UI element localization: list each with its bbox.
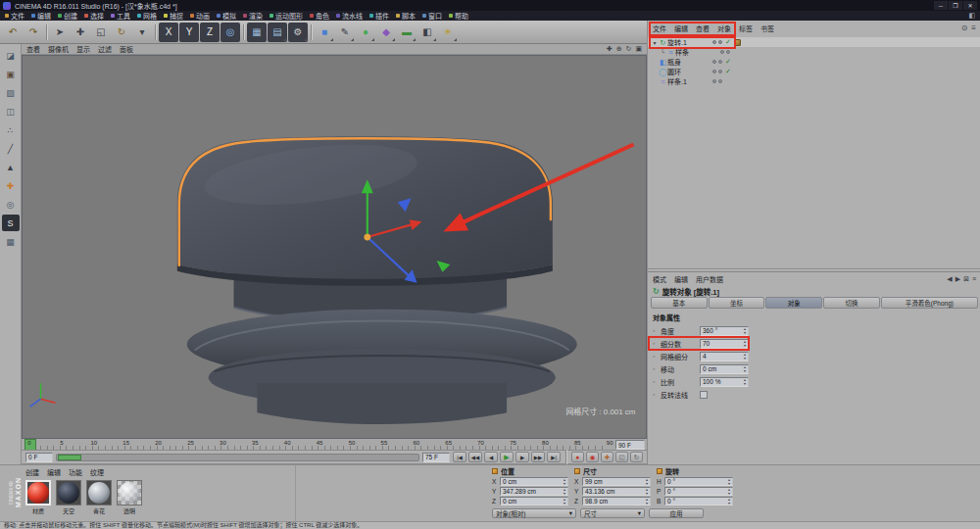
material-thumbnail[interactable] — [25, 480, 51, 505]
viewport-canvas[interactable]: 网格尺寸 : 0.001 cm — [22, 55, 647, 439]
menu-item-7[interactable]: 动画 — [190, 11, 210, 21]
lefttool-polygons-mode-button[interactable]: ▲ — [2, 159, 20, 175]
tree-toggle[interactable]: ▾ — [651, 39, 659, 46]
visibility-dot-render[interactable] — [718, 79, 722, 83]
transport-next-frame-button[interactable]: ▶ — [515, 452, 529, 462]
anim-dot-icon[interactable]: ◦ — [653, 391, 661, 398]
viewport-menu-2[interactable]: 显示 — [76, 44, 90, 54]
spinner-down-icon[interactable]: ▾ — [744, 382, 746, 386]
coord-field[interactable]: 0 cm▴▾ — [500, 497, 568, 505]
toolbar-lock-z-button[interactable]: Z — [200, 23, 220, 42]
coord-field[interactable]: 98.9 cm▴▾ — [582, 497, 651, 505]
coord-field[interactable]: 347.289 cm▴▾ — [500, 487, 568, 496]
timeline-slider-thumb[interactable] — [58, 455, 81, 460]
attribute-value-field[interactable]: 360 °▴▾ — [700, 326, 749, 336]
spinner[interactable]: ▴▾ — [728, 478, 730, 485]
toolbar-add-camera-button[interactable]: ◧ — [417, 23, 437, 42]
spinner-down-icon[interactable]: ▾ — [728, 482, 730, 486]
attribute-checkbox[interactable] — [700, 391, 708, 399]
spinner-down-icon[interactable]: ▾ — [744, 331, 746, 335]
spinner[interactable]: ▴▾ — [744, 340, 746, 347]
toolbar-render-settings-button[interactable]: ⚙ — [288, 23, 308, 42]
material-item-2[interactable]: 青花 — [85, 480, 113, 515]
lefttool-workplane-mode-button[interactable]: ◫ — [2, 103, 20, 120]
lefttool-enable-snap-button[interactable]: S — [2, 215, 20, 231]
tag-icon[interactable] — [734, 39, 741, 46]
am-menu-1[interactable]: 编辑 — [674, 274, 688, 284]
object-row-3[interactable]: ◯圆环✓ — [648, 67, 980, 76]
enabled-check-icon[interactable]: ✓ — [725, 58, 731, 66]
anim-dot-icon[interactable]: ◦ — [653, 327, 661, 334]
menu-item-13[interactable]: 插件 — [369, 11, 389, 21]
viewport-menu-4[interactable]: 面板 — [120, 44, 133, 54]
spinner[interactable]: ▴▾ — [646, 488, 648, 495]
lock-icon[interactable]: ⊠ — [963, 275, 969, 283]
attribute-tab-3[interactable]: 切换 — [823, 297, 880, 309]
spinner-down-icon[interactable]: ▾ — [728, 492, 730, 496]
am-menu-2[interactable]: 用户数据 — [696, 274, 723, 284]
burger-icon[interactable]: ≡ — [971, 24, 976, 32]
transport-prev-frame-button[interactable]: ◀ — [484, 452, 498, 462]
menu-item-1[interactable]: 编辑 — [31, 11, 51, 21]
material-item-1[interactable]: 天空 — [55, 480, 82, 515]
rotate-view-icon[interactable]: ↻ — [626, 45, 632, 53]
am-menu-0[interactable]: 模式 — [653, 274, 666, 284]
menu-item-2[interactable]: 创建 — [58, 11, 77, 21]
transport-record-keyframe-button[interactable]: ● — [571, 452, 584, 462]
om-menu-0[interactable]: 文件 — [653, 24, 666, 33]
spinner[interactable]: ▴▾ — [728, 488, 730, 495]
enabled-check-icon[interactable]: ✓ — [725, 38, 731, 46]
menu-item-10[interactable]: 运动图形 — [270, 11, 303, 21]
spinner[interactable]: ▴▾ — [564, 478, 565, 485]
lefttool-enable-axis-button[interactable]: ✚ — [2, 177, 20, 194]
material-menu-3[interactable]: 纹理 — [90, 467, 104, 477]
object-row-0[interactable]: ▾↻旋转.1✓ — [648, 37, 980, 47]
spinner[interactable]: ▴▾ — [646, 498, 648, 505]
material-menu-2[interactable]: 功能 — [69, 467, 82, 477]
attribute-tab-1[interactable]: 坐标 — [709, 297, 765, 309]
spinner[interactable]: ▴▾ — [744, 365, 746, 372]
spinner-down-icon[interactable]: ▾ — [646, 482, 648, 486]
close-button[interactable]: ✕ — [963, 1, 977, 10]
spinner[interactable]: ▴▾ — [646, 478, 648, 485]
spinner[interactable]: ▴▾ — [564, 498, 565, 505]
range-end-field[interactable]: 75 F — [422, 453, 450, 462]
search-icon[interactable]: ⊙ — [961, 24, 968, 32]
spinner-down-icon[interactable]: ▾ — [744, 344, 746, 348]
layout-switch-icon[interactable]: ◧ — [968, 12, 975, 20]
transport-autokey-button[interactable]: ◉ — [586, 452, 599, 462]
anim-dot-icon[interactable]: ◦ — [653, 365, 661, 372]
lefttool-edges-mode-button[interactable]: ╱ — [2, 140, 20, 157]
material-thumbnail[interactable] — [86, 480, 112, 505]
pan-view-icon[interactable]: ✚ — [607, 45, 612, 53]
lefttool-points-mode-button[interactable]: ∴ — [2, 121, 20, 138]
transport-next-key-button[interactable]: ▶▶ — [531, 452, 545, 462]
model-base[interactable] — [257, 383, 507, 424]
toolbar-lock-x-button[interactable]: X — [159, 23, 178, 42]
menu-item-12[interactable]: 流水线 — [336, 11, 363, 21]
visibility-dot-render[interactable] — [718, 40, 722, 44]
toolbar-add-environment-button[interactable]: ▬ — [397, 23, 416, 42]
coordinate-system-dropdown[interactable]: 对象(相对) ▾ — [492, 508, 576, 518]
anim-dot-icon[interactable]: ◦ — [653, 340, 661, 347]
spinner[interactable]: ▴▾ — [564, 488, 565, 495]
attribute-value-field[interactable]: 0 cm▴▾ — [700, 364, 749, 374]
toolbar-add-light-button[interactable]: ☀ — [438, 23, 458, 42]
material-thumbnail[interactable] — [56, 480, 81, 505]
visibility-dot-editor[interactable] — [712, 60, 716, 64]
burger-icon[interactable]: ≡ — [972, 275, 976, 283]
spinner-down-icon[interactable]: ▾ — [744, 357, 746, 361]
coord-field[interactable]: 0 cm▴▾ — [500, 477, 568, 486]
anim-dot-icon[interactable]: ◦ — [653, 378, 661, 385]
transport-prev-key-button[interactable]: ◀◀ — [468, 452, 482, 462]
menu-item-11[interactable]: 角色 — [310, 11, 329, 21]
visibility-dot-editor[interactable] — [712, 79, 716, 83]
material-menu-1[interactable]: 编辑 — [47, 467, 61, 477]
timeline-slider[interactable] — [56, 454, 419, 461]
enabled-check-icon[interactable]: ✓ — [725, 68, 731, 75]
menu-item-5[interactable]: 网格 — [137, 11, 157, 21]
menu-item-3[interactable]: 选择 — [84, 11, 104, 21]
toolbar-undo-button[interactable]: ↶ — [3, 23, 23, 42]
toolbar-add-generator-button[interactable]: ● — [356, 23, 375, 42]
lefttool-texture-mode-button[interactable]: ▨ — [2, 84, 20, 101]
